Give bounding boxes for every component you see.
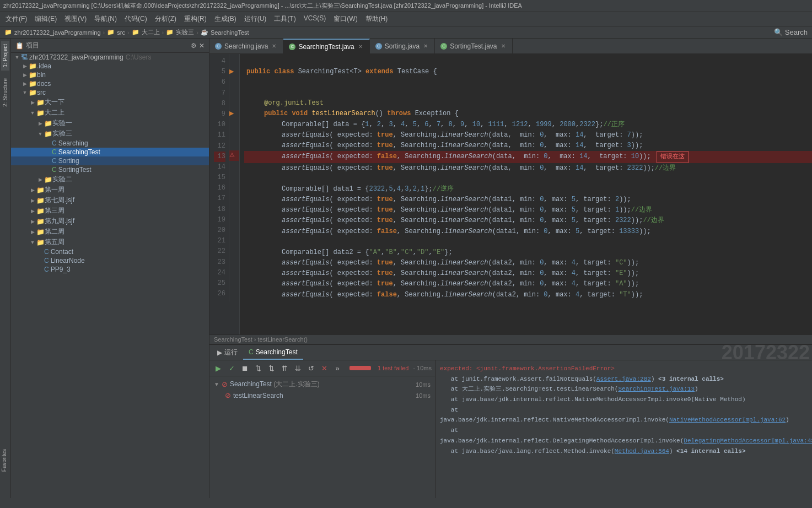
test-item-searchingtest[interactable]: ▼ ⊘ SearchingTest (大二上.实验三) 10ms — [212, 379, 433, 390]
bc-exp3[interactable]: 实验三 — [176, 28, 194, 36]
tree-week2[interactable]: ▶ 📁 第二周 — [11, 226, 209, 237]
run-output: expected: <junit.framework.AssertionFail… — [435, 360, 812, 498]
test-item-linearsearch[interactable]: ⊘ testLinearSearch 10ms — [212, 390, 433, 401]
refresh-button[interactable]: ↺ — [305, 363, 316, 374]
tab-sorting-icon: C — [375, 43, 382, 50]
menu-code[interactable]: 代码(C) — [121, 13, 150, 25]
menu-file[interactable]: 文件(F) — [2, 13, 30, 25]
sidebar-tab-favorites[interactable]: Favorites — [0, 446, 8, 475]
tab-searching-close[interactable]: ✕ — [271, 43, 277, 49]
menu-view[interactable]: 视图(V) — [61, 13, 90, 25]
run-icon-line5[interactable]: ▶ — [229, 67, 239, 77]
sidebar-tab-structure[interactable]: 2: Structure — [1, 75, 9, 110]
menu-vcs[interactable]: VCS(S) — [300, 13, 330, 25]
code-line-13: assertEquals( expected: false, Searching… — [244, 151, 812, 163]
tree-week1[interactable]: ▶ 📁 第一周 — [11, 185, 209, 195]
tree-week3[interactable]: ▶ 📁 第三周 — [11, 206, 209, 216]
tab-searchingtest-close[interactable]: ✕ — [357, 44, 364, 50]
expand-button[interactable]: ⇈ — [279, 363, 290, 374]
menu-edit[interactable]: 编辑(E) — [31, 13, 60, 25]
test-sidebar: ▶ ✓ ⏹ ⇅ ⇅ ⇈ ⇊ ↺ ✕ » 1 test — [209, 360, 435, 498]
tab-searching[interactable]: C Searching.java ✕ — [209, 39, 283, 53]
menu-navigate[interactable]: 导航(N) — [91, 13, 120, 25]
code-line-12: assertEquals( expected: true, Searching.… — [244, 140, 812, 151]
menu-help[interactable]: 帮助(H) — [362, 13, 391, 25]
link-searchingtest[interactable]: SearchingTest.java:13 — [618, 386, 695, 392]
bc-file[interactable]: SearchingTest — [211, 29, 249, 36]
menu-window[interactable]: 窗口(W) — [330, 13, 361, 25]
tree-idea[interactable]: ▶ 📁 .idea — [11, 62, 209, 71]
code-line-15 — [244, 174, 812, 184]
folder-icon: 📁 — [36, 207, 45, 215]
folder-icon: 📁 — [36, 186, 45, 194]
file-c-icon5: C — [44, 266, 49, 273]
tree-daershang[interactable]: ▼ 📁 大二上 — [11, 107, 209, 118]
tree-docs[interactable]: ▶ 📁 docs — [11, 79, 209, 88]
menu-build[interactable]: 生成(B) — [211, 13, 240, 25]
link-assert[interactable]: Assert.java:282 — [596, 376, 651, 382]
folder-icon: 📁 — [36, 99, 45, 106]
code-content[interactable]: public class SearchingTest<T> extends Te… — [240, 54, 812, 334]
link-method[interactable]: Method.java:564 — [615, 448, 669, 455]
tree-exp2[interactable]: ▶ 📁 实验二 — [11, 174, 209, 185]
run-icon-line9[interactable]: ▶ — [229, 109, 239, 119]
tree-searchingtest[interactable]: ▶ C SearchingTest — [11, 148, 209, 156]
tree-week7[interactable]: ▶ 📁 第七周.jsjf — [11, 195, 209, 206]
tab-sorting[interactable]: C Sorting.java ✕ — [370, 39, 435, 53]
tree-week5[interactable]: ▼ 📁 第五周 — [11, 237, 209, 247]
bc-search-icon[interactable]: 🔍 Search — [774, 28, 808, 36]
tree-root[interactable]: ▼ 🏗 zhr20172322_javaProgramming C:\Users — [11, 53, 209, 62]
close-icon[interactable]: ✕ — [199, 42, 205, 50]
bc-project[interactable]: zhr20172322_javaProgramming — [14, 29, 101, 36]
code-line-26: assertEquals( expected: false, Searching… — [244, 290, 812, 300]
file-c-icon: C — [52, 139, 57, 147]
tab-sortingtest-close[interactable]: ✕ — [500, 43, 507, 49]
tree-exp3[interactable]: ▼ 📁 实验三 — [11, 128, 209, 139]
code-line-10: Comparable[] data = {1, 2, 3, 4, 5, 6, 7… — [244, 120, 812, 130]
tree-sorting[interactable]: ▶ C Sorting — [11, 156, 209, 165]
tree-week9[interactable]: ▶ 📁 第九周.jsjf — [11, 216, 209, 226]
sidebar-tab-project[interactable]: 1: Project — [1, 41, 9, 71]
tree-daxia[interactable]: ▶ 📁 大一下 — [11, 97, 209, 107]
stop-button[interactable]: ⏹ — [239, 363, 250, 374]
code-line-8: @org.junit.Test — [244, 98, 812, 109]
menu-tools[interactable]: 工具(T) — [271, 13, 299, 25]
bottom-tab-run[interactable]: ▶ 运行 — [212, 345, 243, 360]
code-line-20: assertEquals( expected: false, Searching… — [244, 226, 812, 237]
more-button[interactable]: » — [332, 363, 343, 374]
gear-icon[interactable]: ⚙ — [191, 42, 197, 50]
tree-searching[interactable]: ▶ C Searching — [11, 139, 209, 148]
sort-alpha-button[interactable]: ⇅ — [252, 363, 264, 374]
run-button[interactable]: ▶ — [213, 363, 224, 374]
bc-daesung[interactable]: 大二上 — [142, 28, 160, 36]
menu-run[interactable]: 运行(U) — [241, 13, 270, 25]
sort-dur-button[interactable]: ⇅ — [266, 363, 277, 374]
tree-src[interactable]: ▼ 📁 src — [11, 88, 209, 97]
close-button[interactable]: ✕ — [319, 363, 330, 374]
menu-analyze[interactable]: 分析(Z) — [152, 13, 180, 25]
test-fail-icon2: ⊘ — [225, 391, 231, 399]
code-editor[interactable]: 4 5 6 7 8 9 10 11 12 13 14 15 16 — [209, 54, 812, 334]
tree-bin[interactable]: ▶ 📁 bin — [11, 71, 209, 79]
tree-exp1[interactable]: ▶ 📁 实验一 — [11, 118, 209, 128]
tab-sortingtest[interactable]: C SortingTest.java ✕ — [435, 39, 512, 53]
tree-sortingtest[interactable]: ▶ C SortingTest — [11, 165, 209, 174]
tree-linearnode[interactable]: ▶ C LinearNode — [11, 256, 209, 265]
tree-contact[interactable]: ▶ C Contact — [11, 247, 209, 256]
collapse-button[interactable]: ⇊ — [292, 363, 303, 374]
tab-sorting-close[interactable]: ✕ — [422, 43, 429, 49]
bottom-tab-searchingtest[interactable]: C SearchingTest — [243, 345, 303, 360]
menu-bar: 文件(F) 编辑(E) 视图(V) 导航(N) 代码(C) 分析(Z) 重构(R… — [0, 12, 812, 26]
tree-src-label: src — [37, 89, 46, 96]
error-icon-line13: ⚠ — [229, 150, 239, 161]
bottom-tabs: ▶ 运行 C SearchingTest 20172322 — [209, 345, 812, 360]
menu-refactor[interactable]: 重构(R) — [181, 13, 210, 25]
project-title: 项目 — [26, 41, 39, 50]
link-nativemethodaccessor[interactable]: NativeMethodAccessorImpl.java:62 — [669, 417, 786, 423]
bc-src[interactable]: src — [117, 29, 125, 36]
tree-pp93[interactable]: ▶ C PP9_3 — [11, 265, 209, 274]
link-delegatingmethodaccessor[interactable]: DelegatingMethodAccessorImpl.java:43 — [684, 437, 812, 444]
bottom-tab-searchingtest-label: SearchingTest — [256, 348, 298, 356]
rerun-ok-button[interactable]: ✓ — [226, 363, 237, 374]
tab-searchingtest[interactable]: C SearchingTest.java ✕ — [283, 39, 369, 53]
